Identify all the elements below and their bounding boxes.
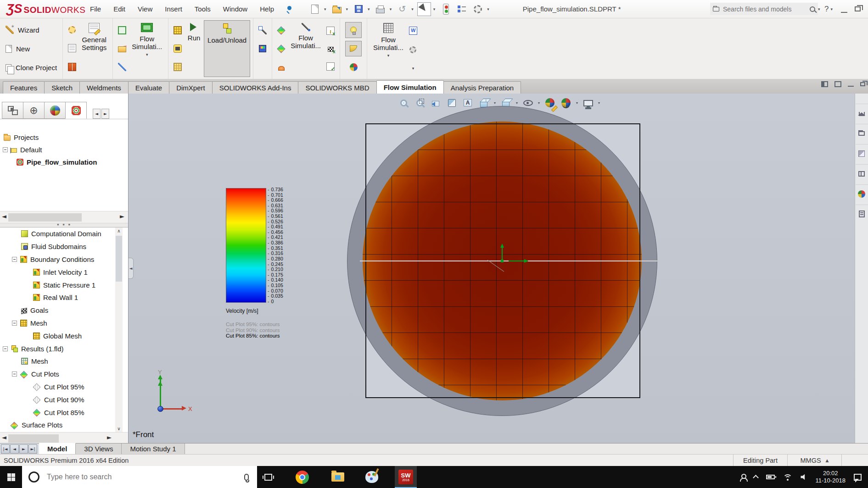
tree-item-results[interactable]: Results (1.fld)	[0, 342, 128, 355]
tree-item-projects[interactable]: Projects	[0, 131, 128, 144]
options-button[interactable]	[471, 2, 485, 16]
general-settings-button[interactable]: General Settings	[78, 20, 110, 77]
appearance-sphere-button[interactable]	[345, 59, 362, 75]
menu-item[interactable]: Edit	[113, 5, 125, 13]
zoom-to-area-button[interactable]	[413, 96, 426, 109]
restore-button[interactable]	[855, 6, 861, 11]
run-button[interactable]: Run	[184, 20, 204, 77]
tree-item-results-mesh[interactable]: Mesh	[0, 355, 128, 368]
file-explorer-button[interactable]	[856, 144, 868, 162]
menu-item[interactable]: File	[90, 5, 101, 13]
pane-left-icon[interactable]	[821, 81, 828, 87]
chrome-button[interactable]	[291, 466, 313, 488]
section-view-button[interactable]	[445, 96, 458, 109]
cut-plot-icon[interactable]	[277, 26, 285, 34]
tab-model[interactable]: Model	[39, 443, 76, 454]
wifi-icon[interactable]	[783, 473, 792, 481]
computational-domain-icon[interactable]	[118, 26, 126, 34]
project-tree-hscrollbar[interactable]: ◄ ►	[0, 211, 128, 223]
last-tab-button[interactable]: ►|	[28, 444, 37, 454]
collapse-box-icon[interactable]	[3, 346, 8, 351]
section-wedge-button[interactable]	[345, 41, 362, 57]
panel-tab-scroll-right[interactable]: ►	[101, 109, 109, 119]
doc-minimize-icon[interactable]	[848, 86, 854, 87]
collapse-box-icon[interactable]	[12, 321, 17, 326]
doc-restore-icon[interactable]	[860, 82, 865, 86]
edit-appearance-button[interactable]	[543, 96, 556, 109]
task-view-button[interactable]	[257, 466, 279, 488]
taskbar-clock[interactable]: 20:02 11-10-2018	[815, 470, 846, 485]
taskbar-search-input[interactable]	[46, 472, 238, 482]
panel-tab-scroll-left[interactable]: ◄	[93, 109, 101, 119]
tree-item-inlet-velocity[interactable]: Inlet Velocity 1	[0, 266, 128, 278]
scroll-right-icon[interactable]: ►	[107, 434, 112, 441]
flow-simulation-features-button[interactable]: Flow Simulati... ▾	[129, 20, 165, 77]
collapse-box-icon[interactable]	[12, 257, 17, 262]
analysis-tree-vscrollbar[interactable]: ∧ ∨	[115, 227, 123, 432]
tab-weldments[interactable]: Weldments	[79, 81, 129, 94]
goals-flag-icon[interactable]	[328, 47, 334, 52]
tab-sketch[interactable]: Sketch	[44, 81, 80, 94]
scroll-right-icon[interactable]: ►	[120, 213, 124, 220]
solidworks-taskbar-button[interactable]: SW2016	[395, 466, 417, 488]
flow-simulation-tree-tab[interactable]	[65, 102, 87, 119]
people-icon[interactable]	[740, 474, 745, 479]
lightbulb-button[interactable]	[345, 22, 362, 38]
tab-features[interactable]: Features	[3, 81, 45, 94]
menu-item[interactable]: Tools	[195, 5, 211, 13]
tree-item-cut-plot-90[interactable]: Cut Plot 90%	[0, 393, 128, 406]
display-manager-tab[interactable]	[44, 102, 66, 119]
previous-view-button[interactable]	[429, 96, 442, 109]
tree-item-active-project[interactable]: Pipe_flow_simulation	[0, 156, 128, 168]
speaker-icon[interactable]	[801, 474, 807, 480]
menu-item[interactable]: Window	[223, 5, 247, 13]
tab-solidworks-add-ins[interactable]: SOLIDWORKS Add-Ins	[212, 81, 299, 94]
file-explorer-button[interactable]	[327, 466, 349, 488]
point-probe-icon[interactable]	[258, 26, 267, 34]
help-button[interactable]: ?	[824, 5, 829, 14]
scrollbar-thumb[interactable]	[8, 434, 59, 443]
view-settings-button[interactable]	[582, 96, 594, 109]
tab-3d-views[interactable]: 3D Views	[76, 444, 122, 454]
xy-plot-icon[interactable]	[326, 27, 335, 35]
custom-properties-button[interactable]	[856, 205, 868, 223]
menu-item[interactable]: View	[138, 5, 152, 13]
scrollbar-thumb[interactable]	[8, 213, 82, 222]
tree-item-default[interactable]: Default	[0, 144, 128, 156]
panel-collapse-handle[interactable]: ◄	[129, 258, 134, 279]
flow-simulation-display-button[interactable]: Flow Simulati... ▾	[370, 20, 407, 77]
design-library-button[interactable]	[856, 124, 868, 142]
tree-item-boundary-conditions[interactable]: Boundary Conditions	[0, 253, 128, 266]
feature-tree-tab[interactable]	[2, 102, 23, 119]
clone-project-button[interactable]: Clone Project	[3, 64, 60, 72]
print-button[interactable]	[374, 2, 387, 16]
flow-simulation-results-button[interactable]: Flow Simulati...	[287, 20, 324, 77]
action-center-icon[interactable]	[854, 474, 862, 481]
book-icon[interactable]	[68, 63, 76, 71]
tree-item-cut-plot-95[interactable]: Cut Plot 95%	[0, 381, 128, 394]
tab-dimxpert[interactable]: DimXpert	[169, 81, 213, 94]
task-pane-home-button[interactable]	[856, 104, 868, 122]
color-floppy-icon[interactable]	[259, 45, 266, 52]
tree-item-surface-plots[interactable]: Surface Plots	[0, 419, 128, 432]
folder-arrow-icon[interactable]	[118, 46, 126, 52]
tree-item-cut-plots[interactable]: Cut Plots	[0, 368, 128, 381]
tree-item-goals[interactable]: Goals	[0, 304, 128, 317]
annotation-view-button[interactable]: A	[461, 96, 474, 109]
scrollbar-thumb[interactable]	[116, 236, 122, 282]
analysis-tree-hscrollbar[interactable]: ◄ ►	[0, 432, 128, 444]
tab-analysis-preparation[interactable]: Analysis Preparation	[443, 81, 521, 94]
tree-item-mesh[interactable]: Mesh	[0, 317, 128, 330]
graphics-viewport[interactable]: A ▾ ▾ ▾ ▾ ▾ ◄ 0.7360.7010.6660.6310.5960…	[129, 94, 855, 443]
load-unload-button[interactable]: Load/Unload	[204, 20, 250, 77]
isosurface-icon[interactable]	[278, 66, 285, 71]
tree-item-global-mesh[interactable]: Global Mesh	[0, 329, 128, 342]
tab-motion-study-1[interactable]: Motion Study 1	[122, 444, 185, 454]
wizard-button[interactable]: Wizard	[3, 26, 60, 34]
show-hidden-icons-chevron[interactable]	[753, 475, 759, 481]
solver-monitor-icon[interactable]	[174, 44, 182, 53]
engineering-database-icon[interactable]	[68, 26, 76, 33]
mesh-table-icon[interactable]	[174, 63, 182, 71]
zoom-to-fit-button[interactable]	[397, 96, 410, 109]
scroll-left-icon[interactable]: ◄	[2, 434, 6, 441]
